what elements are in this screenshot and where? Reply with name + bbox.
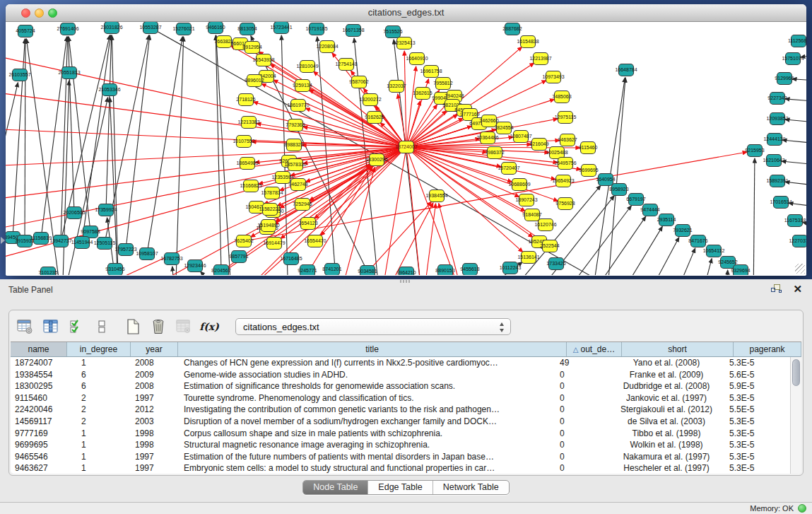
cell-out_degree[interactable]: 49 <box>555 357 611 369</box>
citation-graph[interactable]: 1872400740557242769140623031826105532871… <box>6 22 806 275</box>
graph-node[interactable]: 15787834 <box>261 187 283 199</box>
cell-name[interactable]: 9699695 <box>11 439 67 451</box>
network-window-titlebar[interactable]: citations_edges.txt <box>6 4 806 22</box>
cell-out_degree[interactable]: 0 <box>555 462 611 474</box>
graph-node[interactable]: 18907243 <box>515 194 537 206</box>
select-all-rows-button[interactable] <box>67 317 86 336</box>
cell-pagerank[interactable]: 5.3E-5 <box>722 392 790 404</box>
cell-title[interactable]: Disruption of a novel member of a sodium… <box>178 416 555 428</box>
float-panel-icon[interactable] <box>771 284 782 294</box>
cell-in_degree[interactable]: 6 <box>67 369 131 381</box>
graph-node[interactable]: 8988323 <box>284 139 303 151</box>
graph-node[interactable]: 2718126 <box>236 94 255 106</box>
graph-node[interactable]: 11675318 <box>784 215 806 227</box>
graph-node[interactable]: 18619770 <box>287 100 309 112</box>
graph-node[interactable]: 15716485 <box>280 253 302 265</box>
column-header-title[interactable]: title <box>178 342 567 356</box>
graph-node[interactable]: 11125683 <box>788 35 806 47</box>
graph-node[interactable]: 8912954 <box>242 42 261 54</box>
graph-node[interactable]: 12208084 <box>316 41 338 53</box>
graph-node[interactable]: 15751074 <box>782 53 804 65</box>
graph-node[interactable]: 15166825 <box>240 180 261 192</box>
graph-node[interactable]: 8741201 <box>322 264 341 276</box>
cell-title[interactable]: Structural magnetic resonance image aver… <box>178 439 555 451</box>
graph-node[interactable]: 9034581 <box>358 266 377 276</box>
graph-node[interactable]: 9474444 <box>640 204 659 216</box>
graph-node[interactable]: 10688609 <box>508 179 530 191</box>
graph-node[interactable]: 7986372 <box>485 147 504 159</box>
table-row[interactable]: 1830029562008Estimation of significance … <box>11 380 790 392</box>
graph-node[interactable]: 8890153 <box>435 265 454 276</box>
graph-node[interactable]: 15276021 <box>172 23 194 35</box>
cell-short[interactable]: Nakamura et al. (1997) <box>611 451 722 463</box>
cell-short[interactable]: Wolkin et al. (1998) <box>611 439 722 451</box>
graph-node[interactable]: 10654112 <box>703 245 725 257</box>
select-column-button[interactable] <box>42 317 60 336</box>
cell-short[interactable]: Tibbo et al. (1998) <box>611 428 722 440</box>
graph-node[interactable]: 10807487 <box>510 131 531 143</box>
scrollbar-thumb[interactable] <box>792 359 800 386</box>
cell-year[interactable]: 1998 <box>131 439 178 451</box>
graph-node[interactable]: 9245771 <box>298 265 317 276</box>
tab-edge-table[interactable]: Edge Table <box>368 481 433 494</box>
graph-node[interactable]: 26103557 <box>8 69 30 81</box>
graph-node[interactable]: 12975115 <box>555 112 577 124</box>
cell-name[interactable]: 19384554 <box>11 369 67 381</box>
cell-short[interactable]: Dudbridge et al. (2008) <box>611 380 722 392</box>
cell-out_degree[interactable]: 0 <box>555 392 611 404</box>
cell-year[interactable]: 2008 <box>131 357 178 369</box>
cell-pagerank[interactable]: 5.6E-5 <box>722 369 790 381</box>
graph-node[interactable]: 16671358 <box>342 25 364 37</box>
cell-in_degree[interactable]: 1 <box>67 357 131 369</box>
cell-title[interactable]: Genome-wide association studies in ADHD. <box>178 369 555 381</box>
graph-node[interactable]: 12444139 <box>763 134 785 146</box>
graph-node[interactable]: 12325413 <box>393 37 415 49</box>
graph-node[interactable]: 16648784 <box>615 64 637 76</box>
graph-node[interactable]: 9162625 <box>365 112 384 124</box>
panel-collapse-arrow-icon[interactable] <box>1 237 5 244</box>
cell-name[interactable]: 22420046 <box>11 404 67 416</box>
graph-node[interactable]: 9463627 <box>558 134 577 146</box>
graph-node[interactable]: 3824554 <box>494 122 513 134</box>
cell-title[interactable]: Corpus callosum shape and size in male p… <box>178 428 555 440</box>
cell-pagerank[interactable]: 5.9E-5 <box>722 380 790 392</box>
column-header-name[interactable]: name <box>11 342 67 356</box>
graph-node[interactable]: 23031826 <box>100 22 122 34</box>
cell-in_degree[interactable]: 2 <box>67 392 131 404</box>
graph-node[interactable]: 12270373 <box>789 235 806 247</box>
graph-node[interactable]: 13200272 <box>359 94 381 106</box>
graph-node[interactable]: 17016534 <box>770 197 792 209</box>
graph-node[interactable]: 12810049 <box>296 61 318 73</box>
table-row[interactable]: 1872400712008Changes of HCN gene express… <box>11 357 790 369</box>
tab-network-table[interactable]: Network Table <box>433 481 509 494</box>
graph-node[interactable]: 16961758 <box>420 66 442 78</box>
resize-grip-icon[interactable] <box>795 264 805 274</box>
import-table-button[interactable] <box>175 317 193 336</box>
cell-title[interactable]: Changes of HCN gene expression and I(f) … <box>178 357 555 369</box>
cell-short[interactable]: Yano et al. (2008) <box>611 357 722 369</box>
graph-node[interactable]: 1362615 <box>413 88 432 100</box>
cell-name[interactable]: 9465546 <box>11 451 67 463</box>
cell-year[interactable]: 2009 <box>131 369 178 381</box>
graph-node[interactable]: 9259134 <box>293 80 312 92</box>
graph-node[interactable]: 8215953 <box>745 145 764 157</box>
cell-name[interactable]: 18724007 <box>11 357 67 369</box>
graph-node[interactable]: 9227343 <box>767 93 787 105</box>
cell-title[interactable]: Embryonic stem cells: a model to study s… <box>178 462 555 474</box>
graph-node[interactable]: 16554470 <box>304 235 326 247</box>
merge-rows-button[interactable] <box>93 317 111 336</box>
table-selector-dropdown[interactable]: citations_edges.txt <box>235 318 511 335</box>
graph-node[interactable]: 6216049 <box>529 139 548 151</box>
cell-pagerank[interactable]: 5.3E-5 <box>722 428 790 440</box>
function-builder-button[interactable]: f(x) <box>200 317 218 336</box>
graph-node[interactable]: 9329694 <box>731 265 750 276</box>
graph-node[interactable]: 12213987 <box>529 53 551 65</box>
table-row[interactable]: 1456911722003Disruption of a novel membe… <box>11 416 790 428</box>
graph-node[interactable]: 16782753 <box>160 253 182 265</box>
cell-pagerank[interactable]: 5.3E-5 <box>722 357 790 369</box>
cell-pagerank[interactable]: 5.3E-5 <box>722 462 790 474</box>
graph-node[interactable]: 7955812 <box>433 78 452 90</box>
graph-node[interactable]: 2887682 <box>502 23 522 35</box>
cell-short[interactable]: de Silva et al. (2003) <box>611 416 722 428</box>
cell-out_degree[interactable]: 0 <box>555 416 611 428</box>
